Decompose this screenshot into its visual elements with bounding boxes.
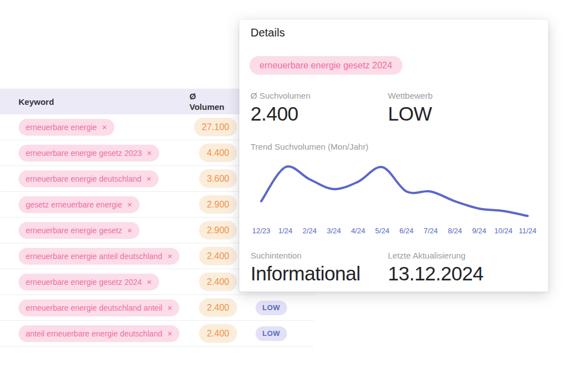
remove-keyword-icon[interactable]: × <box>146 174 151 183</box>
volume-cell: 3.600 <box>189 169 237 188</box>
keyword-cell: gesetz erneuerbare energie × <box>0 196 189 213</box>
remove-keyword-icon[interactable]: × <box>147 149 152 157</box>
column-header-volume-line2: Volumen <box>189 102 224 112</box>
x-axis-tick: 5/24 <box>375 227 389 235</box>
stat-last-update: Letzte Aktualisierung 13.12.2024 <box>388 251 525 285</box>
page: Keyword Ø Volumen erneuerbare energie × … <box>0 0 574 392</box>
keyword-tag[interactable]: erneuerbare energie gesetz × <box>18 222 140 239</box>
trend-line-chart <box>239 159 548 229</box>
volume-cell: 27.100 <box>189 118 237 136</box>
x-axis-tick: 3/24 <box>327 227 341 235</box>
stat-label: Ø Suchvolumen <box>251 91 388 100</box>
keyword-tag-label: anteil erneuerbare energie deutschland <box>26 329 163 338</box>
remove-keyword-icon[interactable]: × <box>168 252 173 260</box>
volume-badge: 2.900 <box>199 195 237 214</box>
volume-cell: 4.400 <box>189 144 237 162</box>
remove-keyword-icon[interactable]: × <box>168 303 173 312</box>
volume-badge: 2.400 <box>199 298 237 317</box>
trend-line <box>261 167 527 216</box>
stat-search-intent: Suchintention Informational <box>251 251 388 285</box>
keyword-tag-label: erneuerbare energie gesetz 2023 <box>26 149 142 158</box>
x-axis-tick: 10/24 <box>494 227 513 235</box>
volume-cell: 2.900 <box>189 195 237 214</box>
keyword-cell: anteil erneuerbare energie deutschland × <box>0 325 189 342</box>
stat-value: 2.400 <box>251 102 388 126</box>
stat-label: Letzte Aktualisierung <box>388 251 525 260</box>
x-axis-tick: 1/24 <box>279 227 293 235</box>
stat-search-volume: Ø Suchvolumen 2.400 <box>251 91 388 126</box>
volume-cell: 2.900 <box>189 221 237 239</box>
keyword-tag-label: erneuerbare energie gesetz 2024 <box>26 278 142 287</box>
stat-label: Wettbewerb <box>388 91 525 100</box>
volume-badge: 2.400 <box>199 247 237 265</box>
keyword-cell: erneuerbare energie × <box>0 119 189 136</box>
stat-label: Suchintention <box>251 251 388 260</box>
table-row[interactable]: erneuerbare energie deutschland anteil ×… <box>0 295 314 321</box>
volume-badge: 27.100 <box>194 118 237 136</box>
stats-row-top: Ø Suchvolumen 2.400 Wettbewerb LOW <box>251 91 537 126</box>
keyword-tag[interactable]: erneuerbare energie × <box>18 119 114 136</box>
volume-cell: 2.400 <box>189 324 237 343</box>
x-axis-tick: 9/24 <box>472 227 486 235</box>
keyword-cell: erneuerbare energie gesetz × <box>0 222 189 239</box>
competition-badge: LOW <box>256 326 287 341</box>
keyword-tag-label: erneuerbare energie deutschland <box>26 174 141 183</box>
x-axis-tick: 4/24 <box>351 227 365 235</box>
remove-keyword-icon[interactable]: × <box>168 329 173 338</box>
keyword-tag-label: erneuerbare energie deutschland anteil <box>26 303 163 312</box>
keyword-cell: erneuerbare energie deutschland × <box>0 170 189 187</box>
keyword-tag[interactable]: erneuerbare energie deutschland anteil × <box>18 299 179 316</box>
competition-cell: LOW <box>256 301 287 315</box>
volume-badge: 3.600 <box>199 169 237 188</box>
keyword-tag-label: gesetz erneuerbare energie <box>26 200 122 209</box>
keyword-cell: erneuerbare energie anteil deutschland × <box>0 248 189 265</box>
volume-badge: 2.400 <box>199 324 237 343</box>
keyword-tag[interactable]: erneuerbare energie gesetz 2024 × <box>18 274 159 290</box>
stats-row-bottom: Suchintention Informational Letzte Aktua… <box>251 251 537 285</box>
volume-cell: 2.400 <box>189 273 237 291</box>
details-title: Details <box>251 26 285 39</box>
keyword-tag[interactable]: erneuerbare energie gesetz 2023 × <box>18 145 159 162</box>
stat-value: Informational <box>251 262 388 285</box>
x-axis-tick: 7/24 <box>424 227 438 235</box>
remove-keyword-icon[interactable]: × <box>102 123 107 131</box>
competition-badge: LOW <box>256 301 287 315</box>
x-axis-tick: 12/23 <box>252 227 271 235</box>
keyword-tag[interactable]: erneuerbare energie deutschland × <box>18 170 159 187</box>
trend-chart-title: Trend Suchvolumen (Mon/Jahr) <box>251 142 368 151</box>
chart-x-axis: 12/231/242/243/244/245/246/247/248/249/2… <box>239 227 548 236</box>
x-axis-tick: 2/24 <box>303 227 317 235</box>
selected-keyword-tag: erneuerbare energie gesetz 2024 <box>249 56 402 75</box>
column-header-keyword: Keyword <box>0 89 189 114</box>
volume-badge: 4.400 <box>199 144 237 162</box>
keyword-cell: erneuerbare energie deutschland anteil × <box>0 299 189 316</box>
volume-cell: 2.400 <box>189 298 237 317</box>
stat-value: 13.12.2024 <box>388 262 525 285</box>
remove-keyword-icon[interactable]: × <box>147 278 152 286</box>
volume-cell: 2.400 <box>189 247 237 265</box>
keyword-tag[interactable]: anteil erneuerbare energie deutschland × <box>18 325 179 342</box>
keyword-tag-label: erneuerbare energie gesetz <box>26 226 122 235</box>
volume-badge: 2.400 <box>199 273 237 291</box>
keyword-cell: erneuerbare energie gesetz 2024 × <box>0 274 189 290</box>
x-axis-tick: 6/24 <box>400 227 414 235</box>
x-axis-tick: 8/24 <box>448 227 462 235</box>
stat-value: LOW <box>388 102 525 126</box>
volume-badge: 2.900 <box>199 221 237 239</box>
remove-keyword-icon[interactable]: × <box>127 200 132 209</box>
table-row[interactable]: anteil erneuerbare energie deutschland ×… <box>0 321 314 347</box>
column-header-volume: Ø Volumen <box>189 89 224 114</box>
remove-keyword-icon[interactable]: × <box>127 226 132 234</box>
details-card: Details erneuerbare energie gesetz 2024 … <box>239 20 548 292</box>
competition-cell: LOW <box>256 326 287 341</box>
stat-competition: Wettbewerb LOW <box>388 91 525 126</box>
keyword-tag[interactable]: gesetz erneuerbare energie × <box>18 196 140 213</box>
keyword-tag[interactable]: erneuerbare energie anteil deutschland × <box>18 248 179 265</box>
column-header-volume-line1: Ø <box>189 91 224 102</box>
keyword-tag-label: erneuerbare energie anteil deutschland <box>26 252 163 261</box>
x-axis-tick: 11/24 <box>519 227 536 235</box>
keyword-tag-label: erneuerbare energie <box>26 123 97 132</box>
keyword-cell: erneuerbare energie gesetz 2023 × <box>0 145 189 162</box>
